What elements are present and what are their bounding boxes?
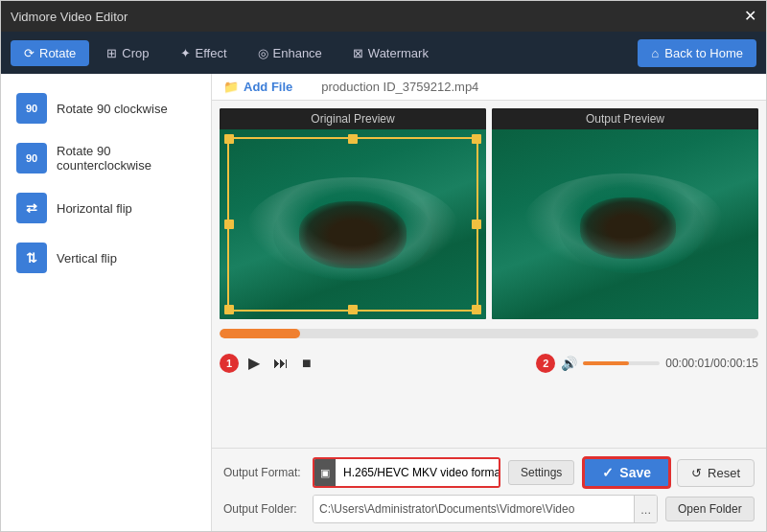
settings-button[interactable]: Settings bbox=[508, 460, 574, 485]
volume-row: 🔊 bbox=[561, 356, 660, 371]
open-folder-button[interactable]: Open Folder bbox=[665, 497, 755, 521]
handle-b bbox=[348, 305, 358, 314]
folder-input-wrap: ... bbox=[313, 495, 658, 523]
tab-effect-label: Effect bbox=[196, 46, 227, 60]
save-label: Save bbox=[619, 465, 651, 480]
folder-path-input[interactable] bbox=[314, 496, 634, 522]
timeline-progress bbox=[220, 329, 300, 338]
file-header: 📁 Add File production ID_3759212.mp4 bbox=[212, 74, 766, 101]
title-bar: Vidmore Video Editor ✕ bbox=[1, 1, 766, 32]
back-to-home-button[interactable]: ⌂ Back to Home bbox=[638, 39, 756, 67]
add-icon: 📁 bbox=[223, 80, 239, 94]
enhance-icon: ◎ bbox=[258, 46, 268, 60]
skip-icon: ⏭ bbox=[273, 355, 289, 372]
timeline-bar[interactable] bbox=[220, 329, 758, 338]
rotate90cw-label: Rotate 90 clockwise bbox=[57, 102, 168, 116]
tab-watermark-label: Watermark bbox=[368, 46, 429, 60]
play-icon: ▶ bbox=[248, 354, 260, 372]
effect-icon: ✦ bbox=[180, 46, 191, 60]
stop-button[interactable]: ■ bbox=[298, 353, 315, 374]
rotate90ccw-label: Rotate 90 counterclockwise bbox=[57, 144, 196, 173]
tab-enhance[interactable]: ◎ Enhance bbox=[244, 40, 336, 66]
stop-icon: ■ bbox=[302, 355, 312, 372]
hflip-icon: ⇄ bbox=[16, 193, 47, 223]
format-row: Output Format: ▣ H.265/HEVC MKV video fo… bbox=[223, 456, 755, 489]
format-icon: ▣ bbox=[314, 459, 336, 486]
file-name: production ID_3759212.mp4 bbox=[321, 80, 478, 94]
sidebar: 90 Rotate 90 clockwise 90 Rotate 90 coun… bbox=[1, 74, 212, 531]
tab-enhance-label: Enhance bbox=[273, 46, 322, 60]
volume-icon: 🔊 bbox=[561, 356, 577, 371]
format-select-wrapper: ▣ H.265/HEVC MKV video format (*.mkv) bbox=[313, 457, 500, 488]
selection-box bbox=[227, 137, 478, 312]
sidebar-item-hflip[interactable]: ⇄ Horizontal flip bbox=[1, 183, 211, 233]
original-preview-label: Original Preview bbox=[220, 108, 486, 129]
save-button[interactable]: ✓ Save bbox=[582, 456, 671, 489]
sidebar-item-rotate90ccw[interactable]: 90 Rotate 90 counterclockwise bbox=[1, 133, 211, 183]
close-button[interactable]: ✕ bbox=[744, 9, 756, 24]
volume-slider[interactable] bbox=[583, 361, 660, 365]
reset-icon: ↺ bbox=[691, 466, 702, 480]
save-reset-group: ✓ Save ↺ Reset bbox=[582, 456, 755, 489]
preview-panels: Original Preview bbox=[220, 108, 758, 319]
rotate-icon: ⟳ bbox=[24, 46, 35, 60]
folder-row: Output Folder: ... Open Folder bbox=[223, 495, 755, 523]
time-display: 00:00:01/00:00:15 bbox=[665, 357, 758, 370]
output-preview-panel: Output Preview bbox=[492, 108, 758, 319]
app-window: Vidmore Video Editor ✕ ⟳ Rotate ⊞ Crop ✦… bbox=[0, 0, 767, 532]
home-icon: ⌂ bbox=[651, 46, 659, 60]
sidebar-item-rotate90cw[interactable]: 90 Rotate 90 clockwise bbox=[1, 83, 211, 133]
main-content: 90 Rotate 90 clockwise 90 Rotate 90 coun… bbox=[1, 74, 766, 531]
format-label: Output Format: bbox=[223, 466, 305, 479]
original-video bbox=[220, 129, 486, 319]
crop-icon: ⊞ bbox=[106, 46, 117, 60]
handle-t bbox=[348, 134, 358, 144]
rotate90ccw-icon: 90 bbox=[16, 143, 47, 173]
add-file-button[interactable]: 📁 Add File bbox=[223, 80, 292, 94]
toolbar: ⟳ Rotate ⊞ Crop ✦ Effect ◎ Enhance ⊠ Wat… bbox=[1, 32, 766, 74]
reset-button[interactable]: ↺ Reset bbox=[677, 459, 755, 487]
vflip-icon: ⇅ bbox=[16, 243, 47, 273]
tab-effect[interactable]: ✦ Effect bbox=[167, 40, 241, 66]
bottom-bar: Output Format: ▣ H.265/HEVC MKV video fo… bbox=[212, 448, 766, 531]
original-preview-panel: Original Preview bbox=[220, 108, 486, 319]
output-preview-label: Output Preview bbox=[492, 108, 758, 129]
format-select[interactable]: H.265/HEVC MKV video format (*.mkv) bbox=[336, 459, 500, 486]
tab-crop-label: Crop bbox=[122, 46, 149, 60]
handle-l bbox=[224, 220, 234, 229]
tab-rotate-label: Rotate bbox=[39, 46, 76, 60]
handle-tl bbox=[224, 134, 234, 144]
watermark-icon: ⊠ bbox=[353, 46, 363, 60]
sidebar-item-vflip[interactable]: ⇅ Vertical flip bbox=[1, 233, 211, 283]
tab-crop[interactable]: ⊞ Crop bbox=[93, 40, 162, 66]
app-title: Vidmore Video Editor bbox=[11, 10, 128, 24]
hflip-label: Horizontal flip bbox=[57, 201, 132, 216]
tab-rotate[interactable]: ⟳ Rotate bbox=[11, 40, 89, 66]
tab-watermark[interactable]: ⊠ Watermark bbox=[339, 40, 442, 66]
controls-row: 1 ▶ ⏭ ■ 2 🔊 bbox=[220, 348, 758, 378]
handle-br bbox=[472, 305, 481, 314]
handle-r bbox=[472, 220, 481, 229]
save-checkmark-icon: ✓ bbox=[602, 465, 614, 480]
step2-badge: 2 bbox=[536, 354, 555, 373]
output-video bbox=[492, 129, 758, 319]
volume-fill bbox=[583, 361, 629, 365]
preview-area: Original Preview bbox=[212, 101, 766, 448]
folder-label: Output Folder: bbox=[223, 502, 305, 516]
skip-button[interactable]: ⏭ bbox=[269, 353, 292, 374]
step1-badge: 1 bbox=[220, 354, 239, 373]
back-to-home-label: Back to Home bbox=[664, 46, 743, 60]
vflip-label: Vertical flip bbox=[57, 251, 117, 266]
reset-label: Reset bbox=[708, 466, 740, 480]
right-panel: 📁 Add File production ID_3759212.mp4 Ori… bbox=[212, 74, 766, 531]
folder-dots-button[interactable]: ... bbox=[634, 496, 657, 522]
format-file-icon: ▣ bbox=[320, 467, 330, 479]
handle-bl bbox=[224, 305, 234, 314]
handle-tr bbox=[472, 134, 481, 144]
rotate90cw-icon: 90 bbox=[16, 93, 47, 124]
add-file-label: Add File bbox=[244, 80, 292, 94]
play-button[interactable]: ▶ bbox=[244, 352, 264, 374]
